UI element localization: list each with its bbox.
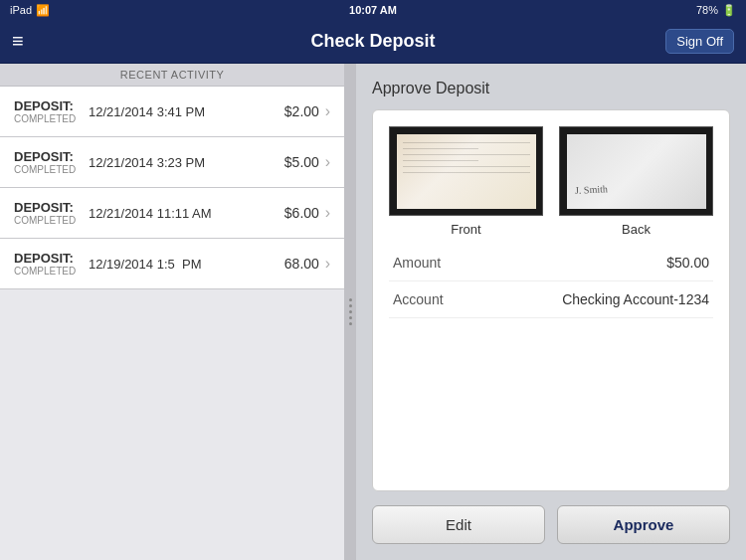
approve-deposit-title: Approve Deposit [372, 80, 730, 97]
check-front-container: Front [389, 126, 543, 237]
list-item[interactable]: DEPOSIT: COMPLETED 12/21/2014 3:41 PM $2… [0, 87, 344, 137]
deposit-date-2: 12/21/2014 11:11 AM [89, 206, 284, 221]
status-bar: iPad 📶 10:07 AM 78% 🔋 [0, 0, 746, 20]
approve-card: Front J. Smith Back Amount $50.00 Accoun [372, 109, 730, 491]
account-row: Account Checking Account-1234 [389, 281, 713, 318]
chevron-right-icon: › [325, 204, 330, 222]
amount-value: $50.00 [666, 255, 709, 271]
deposit-label-1: DEPOSIT: COMPLETED [14, 149, 89, 175]
deposit-date-1: 12/21/2014 3:23 PM [89, 155, 284, 170]
battery-icon: 🔋 [722, 4, 736, 17]
deposit-amount-3: 68.00 [284, 256, 319, 272]
hamburger-menu-icon[interactable]: ≡ [12, 30, 24, 53]
amount-label: Amount [393, 255, 441, 271]
deposit-label-2: DEPOSIT: COMPLETED [14, 200, 89, 226]
status-time: 10:07 AM [349, 4, 397, 16]
status-left: iPad 📶 [10, 4, 50, 17]
deposit-amount-0: $2.00 [284, 103, 319, 119]
front-label: Front [451, 222, 480, 237]
chevron-right-icon: › [325, 255, 330, 273]
status-right: 78% 🔋 [696, 4, 736, 17]
deposit-label-3: DEPOSIT: COMPLETED [14, 251, 89, 277]
device-label: iPad [10, 4, 32, 16]
account-label: Account [393, 291, 444, 307]
section-header: RECENT ACTIVITY [0, 64, 344, 87]
deposit-amount-2: $6.00 [284, 205, 319, 221]
page-title: Check Deposit [310, 31, 435, 52]
list-item[interactable]: DEPOSIT: COMPLETED 12/21/2014 11:11 AM $… [0, 188, 344, 239]
wifi-icon: 📶 [36, 4, 50, 17]
check-front-image [389, 126, 543, 216]
check-images: Front J. Smith Back [389, 126, 713, 237]
chevron-right-icon: › [325, 102, 330, 120]
action-buttons: Edit Approve [372, 505, 730, 544]
deposit-label-0: DEPOSIT: COMPLETED [14, 98, 89, 124]
battery-pct: 78% [696, 4, 718, 16]
sign-off-button[interactable]: Sign Off [665, 29, 734, 54]
deposit-date-0: 12/21/2014 3:41 PM [89, 104, 284, 119]
left-panel: RECENT ACTIVITY DEPOSIT: COMPLETED 12/21… [0, 64, 345, 560]
deposit-amount-1: $5.00 [284, 154, 319, 170]
chevron-right-icon: › [325, 153, 330, 171]
deposit-date-3: 12/19/2014 1:5 PM [89, 257, 284, 272]
panel-divider [345, 64, 356, 560]
divider-dots [349, 298, 352, 325]
approve-button[interactable]: Approve [557, 505, 730, 544]
amount-row: Amount $50.00 [389, 245, 713, 281]
check-back-container: J. Smith Back [559, 126, 713, 237]
list-item[interactable]: DEPOSIT: COMPLETED 12/21/2014 3:23 PM $5… [0, 137, 344, 188]
edit-button[interactable]: Edit [372, 505, 545, 544]
right-panel: Approve Deposit [356, 64, 746, 560]
main-content: RECENT ACTIVITY DEPOSIT: COMPLETED 12/21… [0, 64, 746, 560]
check-back-image: J. Smith [559, 126, 713, 216]
account-value: Checking Account-1234 [562, 291, 709, 307]
list-item[interactable]: DEPOSIT: COMPLETED 12/19/2014 1:5 PM 68.… [0, 239, 344, 289]
back-label: Back [622, 222, 651, 237]
nav-bar: ≡ Check Deposit Sign Off [0, 20, 746, 64]
